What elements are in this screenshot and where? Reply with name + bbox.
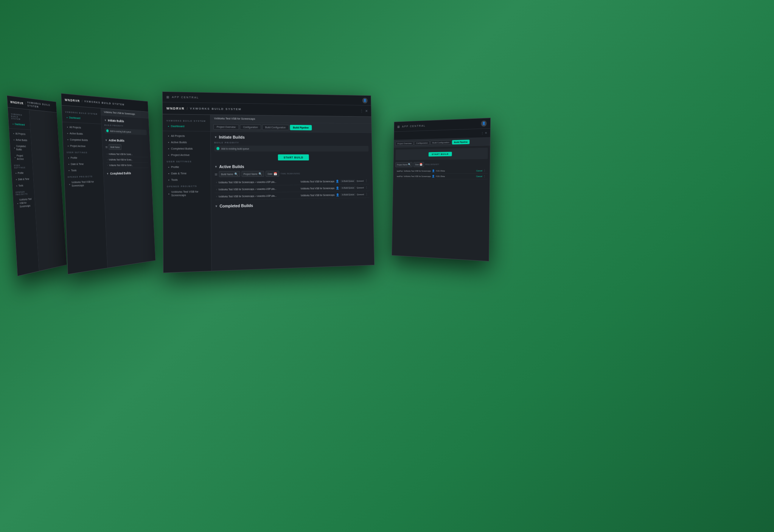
p3-more-icon[interactable]: ⋮ [360,109,363,113]
p3-initiate-title: Initiate Builds [219,135,245,139]
p3-date-field[interactable]: Date 📅 [266,171,279,177]
p3-row1-expand[interactable]: › [216,181,217,184]
p3-completed-section: ▼ Completed Builds [215,201,370,208]
p3-main: VxWorks Test VSB for Screencaps Project … [210,115,374,273]
panel2-sidebar: VXWORKS BUILD SYSTEM Dashboard All Proje… [62,106,107,274]
panel-leftmost: WNDRVR / VXWORKS BUILD SYSTEM VXWORKS BU… [7,95,67,276]
p2-sidebar-datetime[interactable]: Date & Time [64,161,103,167]
p4-row2-version: F18.0 Beta [436,175,445,177]
panel2-main: VxWorks Test VSB for Screencaps ▼ Initia… [101,108,155,268]
p3-queued-3: Queued [357,193,364,196]
p3-more-3[interactable]: ⋮ [365,193,368,196]
p3-build-search[interactable]: Build Name 🔍 [219,171,240,177]
p4-tab-build-config[interactable]: Build Configuration [431,140,451,145]
sidebar-project-archive[interactable]: Project Archive [11,152,32,162]
p4-grid-icon: ⊞ [397,125,400,129]
p2-search-field[interactable]: Build Name [109,144,121,150]
p4-more-row1[interactable]: ⋮ [483,169,486,172]
sidebar-completed-builds[interactable]: Completed Builds [10,143,31,153]
p3-content-scroll: ▼ Initiate Builds BUILD PRIORITY Add to … [211,132,375,273]
p2-sidebar-tools[interactable]: Tools [64,167,103,174]
p3-sidebar-datetime[interactable]: Date & Time [163,170,211,177]
p4-start-build-btn[interactable]: START BUILD [428,152,452,157]
p2-sidebar-profile[interactable]: Profile [64,154,103,161]
p4-more-row2[interactable]: ⋮ [483,175,486,178]
p3-build-row-3: › VxWorks Test VSB for Screencaps -› vxw… [215,191,370,200]
p3-sidebar: VXWORKS BUILD SYSTEM Dashboard All Proje… [163,114,212,273]
sidebar-opened-project[interactable]: VxWorks Test VSB for Screencaps [13,196,35,210]
p3-opened-project[interactable]: VxWorks Test VSB for Screencaps [163,188,211,199]
p3-sidebar-profile[interactable]: Profile [163,164,211,170]
p3-vxworks-section: VXWORKS BUILD SYSTEM [163,117,210,123]
p3-status-2: In Build Queue [340,186,355,189]
panel-second: WNDRVR / VXWORKS BUILD SYSTEM VXWORKS BU… [61,93,155,274]
p4-tab-overview[interactable]: Project Overview [395,141,413,146]
brand-label: WNDRVR [10,100,24,105]
p3-active-chevron: ▼ [214,165,218,168]
tab-build-pipeline[interactable]: Build Pipeline [290,125,312,131]
p4-row1-project: VxWorks Test VSB for Screencaps [404,170,431,172]
p3-user-icon-2: 👤 [336,186,339,190]
user-settings-label: USER SETTINGS [11,162,33,170]
p3-initiate-chevron: ▼ [214,135,217,139]
p3-radio-dot[interactable] [216,147,219,150]
sidebar-active-builds[interactable]: Active Builds [9,136,31,143]
p3-queue-row: Add to existing build queue [214,146,369,152]
p4-avatar: 👤 [481,120,486,126]
p3-user-icon-3: 👤 [336,193,339,196]
p4-row2-user: 👤 [432,175,435,178]
sidebar-profile[interactable]: Profile [11,170,33,176]
p4-tab-config[interactable]: Configuration [414,141,430,145]
p3-project-search-icon: 🔍 [258,172,262,176]
p2-expand-1[interactable]: › [107,153,107,156]
p3-row2-expand[interactable]: › [216,188,217,191]
p2-queue-text: Add to existing build queue [110,130,131,133]
p4-close-icon[interactable]: ✕ [485,131,487,135]
p2-expand-2[interactable]: › [107,159,108,161]
panel-main: ⊞ APP CENTRAL 👤 WNDRVR / VXWORKS BUILD S… [162,92,375,273]
p3-project-search[interactable]: Project Name 🔍 [241,171,264,177]
p3-more-1[interactable]: ⋮ [365,179,368,182]
p2-completed-chevron: ▼ [106,172,109,176]
p3-sidebar-active-builds[interactable]: Active Builds [163,139,210,145]
p4-search-icon: 🔍 [408,163,411,166]
p2-opened-project[interactable]: VxWorks Test VSB for Screencaps [65,178,104,189]
p3-sidebar-completed-builds[interactable]: Completed Builds [163,145,211,152]
p2-filter-icon[interactable]: ⚌ [105,145,107,148]
p2-radio-dot[interactable] [106,129,109,132]
start-build-button[interactable]: START BUILD [278,154,309,160]
p2-initiate-title: Initiate Builds [108,118,124,123]
sidebar-dashboard[interactable]: Dashboard [9,120,30,128]
p4-cancel-1[interactable]: Cancel [476,170,482,172]
p4-content: START BUILD Project Name 🔍 Date 📅 Prelim… [393,145,490,182]
p2-completed-title: Completed Builds [110,171,131,175]
p4-row1-version: F18.0 Beta [436,170,445,172]
p3-queued-2: Queued [357,187,364,189]
tab-configuration[interactable]: Configuration [240,124,261,130]
p4-tab-pipeline[interactable]: Build Pipeline [452,140,470,145]
p2-build-row-2: › VxWorks Test VSB for Scree... [106,157,148,163]
p3-header-actions: ⋮ ✕ [360,109,368,113]
p3-sidebar-dashboard[interactable]: Dashboard [163,123,210,130]
p2-expand-3[interactable]: › [107,164,108,167]
p3-sidebar-tools[interactable]: Tools [163,176,211,183]
tab-project-overview[interactable]: Project Overview [213,124,239,130]
p3-close-icon[interactable]: ✕ [365,109,368,113]
p3-sidebar-project-archive[interactable]: Project Archive [163,152,211,158]
p4-more-icon[interactable]: ⋮ [481,131,484,135]
p4-date-field[interactable]: Date 📅 [413,162,424,167]
p2-sidebar-project-archive[interactable]: Project Archive [63,143,103,149]
system-title: VXWORKS BUILD SYSTEM [27,101,54,110]
p3-build-priority: BUILD PRIORITY [214,142,368,144]
p3-completed-chevron: ▼ [215,204,218,208]
p3-row3-expand[interactable]: › [216,195,217,198]
p3-user-settings: USER SETTINGS [163,158,211,164]
p4-app-central: ⊞ APP CENTRAL [397,124,426,128]
p3-more-2[interactable]: ⋮ [365,186,368,189]
tab-build-configuration[interactable]: Build Configuration [262,124,289,130]
p4-project-search[interactable]: Project Name 🔍 [395,162,413,167]
p3-filter-icon[interactable]: ⚌ [214,172,218,176]
p3-sidebar-all-projects[interactable]: All Projects [163,133,210,139]
p4-cancel-2[interactable]: Cancel [476,175,482,177]
brand-label-2: WNDRVR [65,98,80,103]
